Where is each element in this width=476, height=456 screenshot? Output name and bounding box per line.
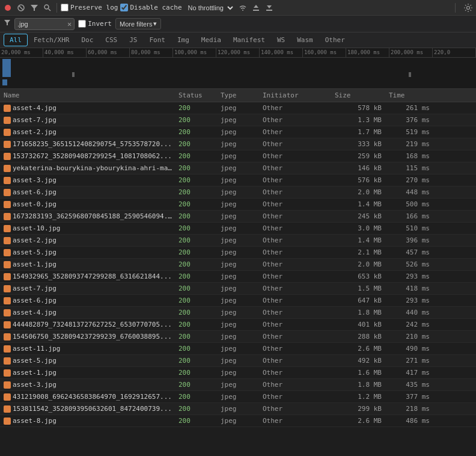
type-tab-all[interactable]: All — [4, 34, 28, 46]
type-tab-media[interactable]: Media — [195, 34, 227, 46]
cell-type: jpeg — [218, 152, 260, 160]
col-header-time[interactable]: Time — [386, 91, 435, 99]
cell-size: 578 kB — [332, 104, 386, 112]
timeline-tick: 80,000 ms — [130, 48, 173, 57]
file-type-icon — [4, 249, 11, 256]
table-row[interactable]: asset-8.jpg200jpegOther2.6 MB486 ms — [0, 415, 476, 427]
table-row[interactable]: asset-5.jpg200jpegOther2.1 MB457 ms — [0, 247, 476, 259]
invert-label: Invert — [88, 20, 112, 28]
table-row[interactable]: asset-3.jpg200jpegOther1.8 MB435 ms — [0, 379, 476, 391]
col-header-name[interactable]: Name — [0, 91, 176, 99]
cell-name: 171658235_3651512408290754_5753578720... — [0, 140, 176, 148]
type-tab-wasm[interactable]: Wasm — [291, 34, 319, 46]
disable-cache-checkbox[interactable]: Disable cache — [120, 4, 182, 11]
filename-text: asset-11.jpg — [13, 345, 60, 353]
col-header-type[interactable]: Type — [218, 91, 260, 99]
download-icon[interactable] — [264, 2, 275, 13]
table-row[interactable]: 431219008_6962436583864970_1692912657...… — [0, 391, 476, 403]
filename-text: asset-10.jpg — [13, 224, 60, 232]
cell-size: 1.4 MB — [332, 236, 386, 244]
type-tab-doc[interactable]: Doc — [75, 34, 99, 46]
table-row[interactable]: asset-1.jpg200jpegOther1.6 MB417 ms — [0, 367, 476, 379]
upload-icon[interactable] — [251, 2, 261, 13]
table-row[interactable]: asset-6.jpg200jpegOther2.0 MB448 ms — [0, 186, 476, 199]
file-type-icon — [4, 297, 11, 304]
timeline-tick: 20,000 ms — [0, 48, 43, 57]
type-tab-font[interactable]: Font — [143, 34, 171, 46]
clear-button[interactable] — [16, 2, 26, 13]
record-button[interactable] — [2, 2, 13, 13]
cell-size: 1.7 MB — [332, 128, 386, 136]
file-type-icon — [4, 309, 11, 316]
table-row[interactable]: asset-10.jpg200jpegOther3.0 MB510 ms — [0, 223, 476, 235]
cell-size: 1.8 MB — [332, 381, 386, 389]
cell-time: 396 ms — [386, 236, 435, 244]
table-row[interactable]: asset-1.jpg200jpegOther2.0 MB526 ms — [0, 259, 476, 271]
col-header-status[interactable]: Status — [176, 91, 218, 99]
type-tab-ws[interactable]: WS — [271, 34, 291, 46]
type-tab-js[interactable]: JS — [123, 34, 143, 46]
cell-type: jpeg — [218, 321, 260, 328]
search-input[interactable] — [17, 20, 66, 28]
throttle-select[interactable]: No throttling — [185, 4, 235, 12]
settings-icon[interactable] — [463, 2, 474, 13]
disable-cache-input[interactable] — [120, 4, 128, 11]
table-row[interactable]: asset-2.jpg200jpegOther1.7 MB519 ms — [0, 126, 476, 138]
table-row[interactable]: yekaterina-bourykina-ybourykina-ahri-mai… — [0, 162, 476, 174]
file-type-icon — [4, 141, 11, 148]
table-row[interactable]: asset-6.jpg200jpegOther647 kB293 ms — [0, 295, 476, 307]
filter-icon-btn[interactable] — [29, 2, 40, 13]
preserve-log-input[interactable] — [61, 4, 69, 11]
table-row[interactable]: asset-11.jpg200jpegOther2.6 MB490 ms — [0, 343, 476, 355]
filename-text: asset-3.jpg — [13, 176, 56, 184]
cell-initiator: Other — [260, 152, 332, 160]
cell-status: 200 — [176, 248, 218, 256]
type-tab-img[interactable]: Img — [171, 34, 195, 46]
network-table[interactable]: asset-4.jpg200jpegOther578 kB261 msasset… — [0, 102, 476, 456]
col-header-size[interactable]: Size — [332, 91, 386, 99]
cell-type: jpeg — [218, 116, 260, 124]
cell-type: jpeg — [218, 273, 260, 280]
cell-type: jpeg — [218, 200, 260, 208]
cell-initiator: Other — [260, 128, 332, 136]
type-tab-other[interactable]: Other — [319, 34, 351, 46]
cell-initiator: Other — [260, 273, 332, 280]
wifi-icon — [237, 2, 248, 13]
table-row[interactable]: asset-3.jpg200jpegOther576 kB270 ms — [0, 174, 476, 186]
col-header-initiator[interactable]: Initiator — [260, 91, 332, 99]
cell-name: asset-1.jpg — [0, 369, 176, 377]
search-icon-btn[interactable] — [42, 2, 53, 13]
table-row[interactable]: 444482879_7324813727627252_6530770705...… — [0, 319, 476, 331]
clear-search-button[interactable]: ✕ — [67, 20, 72, 28]
table-row[interactable]: 154932965_3528093747299288_6316621844...… — [0, 271, 476, 283]
table-row[interactable]: 171658235_3651512408290754_5753578720...… — [0, 138, 476, 150]
table-row[interactable]: asset-7.jpg200jpegOther1.5 MB418 ms — [0, 283, 476, 295]
type-tabs: AllFetch/XHRDocCSSJSFontImgMediaManifest… — [0, 32, 476, 48]
table-row[interactable]: 154506750_3528094237299239_6760038895...… — [0, 331, 476, 343]
table-row[interactable]: asset-5.jpg200jpegOther492 kB271 ms — [0, 355, 476, 367]
filename-text: asset-0.jpg — [13, 200, 56, 208]
table-row[interactable]: 1673283193_3625968070845188_2590546094..… — [0, 211, 476, 223]
divider-1 — [56, 3, 57, 13]
type-tab-fetch[interactable]: Fetch/XHR — [28, 34, 76, 46]
cell-size: 653 kB — [332, 273, 386, 280]
table-row[interactable]: asset-2.jpg200jpegOther1.4 MB396 ms — [0, 235, 476, 247]
timeline-tick: 160,000 ms — [303, 48, 346, 57]
table-row[interactable]: asset-4.jpg200jpegOther1.8 MB440 ms — [0, 307, 476, 319]
table-row[interactable]: asset-0.jpg200jpegOther1.4 MB500 ms — [0, 199, 476, 211]
table-row[interactable]: 153732672_3528094087299254_1081708062...… — [0, 150, 476, 162]
table-row[interactable]: asset-4.jpg200jpegOther578 kB261 ms — [0, 102, 476, 114]
file-type-icon — [4, 225, 11, 232]
table-row[interactable]: asset-7.jpg200jpegOther1.3 MB376 ms — [0, 114, 476, 126]
cell-initiator: Other — [260, 417, 332, 425]
type-tab-css[interactable]: CSS — [99, 34, 123, 46]
preserve-log-checkbox[interactable]: Preserve log — [61, 4, 118, 11]
more-filters-button[interactable]: More filters ▾ — [115, 18, 161, 29]
type-tab-manifest[interactable]: Manifest — [227, 34, 271, 46]
cell-initiator: Other — [260, 369, 332, 377]
cell-time: 270 ms — [386, 176, 435, 184]
table-row[interactable]: 153811542_3528093950632601_8472400739...… — [0, 403, 476, 415]
cell-type: jpeg — [218, 417, 260, 425]
invert-checkbox[interactable]: Invert — [78, 20, 112, 28]
invert-input[interactable] — [78, 20, 86, 28]
